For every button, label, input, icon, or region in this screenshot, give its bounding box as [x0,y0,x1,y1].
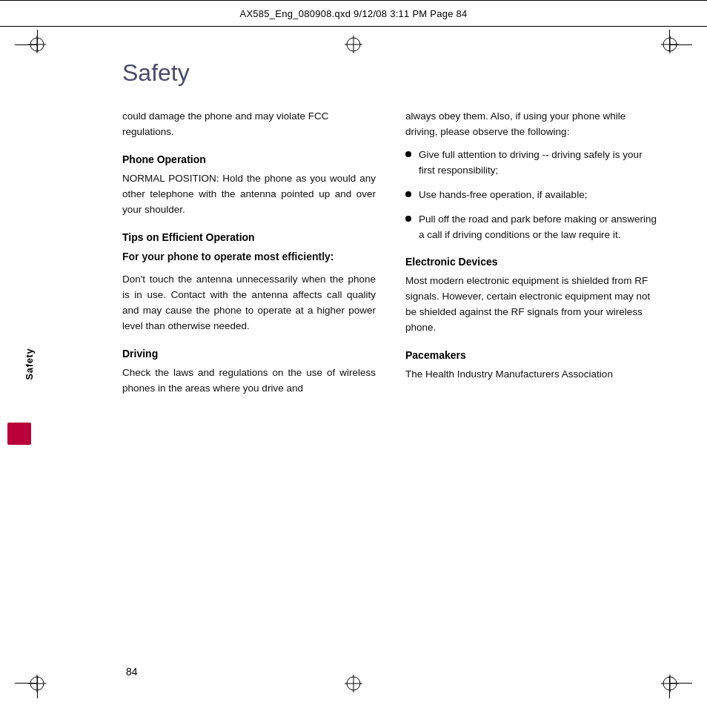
bullet-text-2: Use hands-free operation, if available; [419,188,659,203]
electronic-devices-heading: Electronic Devices [405,256,659,268]
reg-mark-br [661,675,679,692]
reg-mark-tr [661,36,679,53]
sidebar-tab [7,423,31,445]
bullet-dot-2 [405,191,411,197]
page-wrapper: AX585_Eng_080908.qxd 9/12/08 3:11 PM Pag… [0,0,707,728]
driving-bullets: Give full attention to driving -- drivin… [405,148,659,243]
tips-intro: For your phone to operate most efficient… [122,249,376,265]
bullet-item-2: Use hands-free operation, if available; [405,188,659,203]
page-title: Safety [122,59,659,87]
intro-text-left: could damage the phone and may violate F… [122,109,376,140]
content-area: Safety could damage the phone and may vi… [122,59,659,669]
sidebar-label: Safety [24,348,35,380]
header-bar: AX585_Eng_080908.qxd 9/12/08 3:11 PM Pag… [0,0,707,27]
bullet-item-1: Give full attention to driving -- drivin… [405,148,659,179]
bullet-item-3: Pull off the road and park before making… [405,212,659,243]
left-column: could damage the phone and may violate F… [122,109,376,404]
reg-mark-bl [28,675,46,692]
tips-heading: Tips on Efficient Operation [122,231,376,243]
reg-mark-tc [345,36,362,53]
phone-operation-text: NORMAL POSITION: Hold the phone as you w… [122,171,376,218]
phone-operation-heading: Phone Operation [122,153,376,165]
header-text: AX585_Eng_080908.qxd 9/12/08 3:11 PM Pag… [239,8,467,19]
two-column-layout: could damage the phone and may violate F… [122,109,659,404]
bullet-text-1: Give full attention to driving -- drivin… [419,148,659,179]
tips-body: Don't touch the antenna unnecessarily wh… [122,272,376,334]
driving-heading: Driving [122,348,376,360]
reg-mark-bc [345,675,362,692]
driving-text: Check the laws and regulations on the us… [122,365,376,397]
pacemakers-heading: Pacemakers [405,349,659,361]
reg-mark-tl [28,36,46,53]
bullet-dot-3 [405,216,411,222]
electronic-devices-text: Most modern electronic equipment is shie… [405,274,659,336]
bullet-text-3: Pull off the road and park before making… [419,212,659,243]
intro-text-right: always obey them. Also, if using your ph… [405,109,659,140]
bullet-dot-1 [405,151,411,157]
right-column: always obey them. Also, if using your ph… [405,109,659,404]
pacemakers-text: The Health Industry Manufacturers Associ… [405,367,659,383]
